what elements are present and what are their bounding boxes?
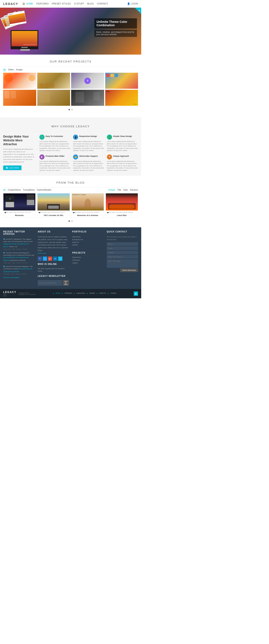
tweet-link-3[interactable]: joom.la/1365 #cm #opensauce #joomla [3, 268, 32, 272]
nav-links: 🏠 HOME FEATURES PRESET STYLES JI STUFF B… [22, 2, 127, 5]
blog-post-title-1: Illustrator [3, 214, 35, 218]
feature-title-2: Responsive Design [79, 134, 97, 137]
twitter-bird-icon-2: 🐦 [3, 252, 5, 254]
dot-2[interactable] [71, 109, 73, 110]
footer-bottom-logo: LEGACY Since2010 [3, 291, 16, 296]
project-item[interactable] [3, 73, 36, 89]
nav-blog[interactable]: BLOG [87, 2, 94, 5]
send-message-button[interactable]: SEND MESSAGE [120, 268, 138, 272]
projects-content: All Video Image S [0, 66, 141, 117]
project-legacy[interactable]: Legacy [72, 262, 103, 264]
blog-dot-1[interactable] [69, 220, 70, 222]
blog-filter-all[interactable]: All [3, 189, 5, 191]
vimeo-icon[interactable]: v [58, 256, 62, 261]
portfolio-identity[interactable]: Identity [72, 244, 103, 246]
blog-filter-creative[interactable]: CreativeItems [8, 189, 21, 191]
who-online-text: We have 5 guests and no members online [38, 268, 69, 273]
project-ultimatum[interactable]: Ultimatum [72, 259, 103, 262]
project-item[interactable] [105, 73, 138, 89]
footer-link-supremacy[interactable]: Supremacy [76, 292, 85, 295]
newsletter-submit[interactable]: ADD E-MAIL [63, 280, 69, 286]
filter-video[interactable]: Video [8, 68, 14, 71]
project-item[interactable]: Grille Design [105, 90, 138, 106]
project-item[interactable] [3, 90, 36, 106]
nav-contact[interactable]: CONTACT [97, 2, 108, 5]
footer-link-solid[interactable]: Solid Pro [99, 292, 106, 295]
blog-post-1: 👤 Art 📷 By Super User 2012-09-20 15:51:4… [3, 193, 35, 218]
camera-icon: 📷 [4, 212, 6, 213]
join-conversation[interactable]: Join the conversation [3, 276, 34, 279]
project-item[interactable] [37, 90, 70, 106]
nav-ji[interactable]: JI STUFF [74, 2, 84, 5]
read-more-link[interactable]: Read more [38, 252, 69, 255]
portfolio-solid[interactable]: Solid Pro [72, 241, 103, 244]
filter-all[interactable]: All [3, 68, 6, 71]
footer-link-ultimatum[interactable]: Ultimatum [64, 292, 72, 295]
feature-header-6: 📢 Unique Approach [107, 154, 138, 160]
blog-sort-title[interactable]: Title [117, 189, 121, 191]
footer-link-contact[interactable]: Contact [110, 292, 116, 295]
camera-icon-4: 📷 [107, 212, 109, 213]
scroll-top-button[interactable]: ▲ [134, 292, 138, 296]
learn-more-button[interactable]: ▶ Learn More [3, 166, 21, 170]
project-item[interactable] [37, 73, 70, 89]
contact-message[interactable] [107, 259, 138, 268]
blog-thumb-3: MEMORIES OF A SUMMER [72, 194, 104, 210]
footer-link-home[interactable]: Home [56, 292, 60, 295]
project-item[interactable] [71, 90, 104, 106]
blog-dot-2[interactable] [71, 220, 73, 222]
twitter-icon[interactable]: t [43, 256, 47, 261]
blog-thumb-2 [37, 194, 69, 210]
blog-sort-date[interactable]: Date [123, 189, 128, 191]
play-icon: ▶ [39, 154, 44, 160]
nav-logo: LEGACY [3, 2, 18, 6]
blog-post-title-2: TIKT Corvette C6 ZR1 [37, 214, 69, 218]
footer-copyright: Copyright 2012Designed by Themeforest [18, 292, 35, 295]
blog-grid: 👤 Art 📷 By Super User 2012-09-20 15:51:4… [3, 193, 138, 218]
blog-sort-random[interactable]: Random [130, 189, 138, 191]
linkedin-icon[interactable]: in [53, 256, 57, 261]
project-item[interactable]: S [71, 73, 104, 89]
contact-name[interactable] [107, 242, 138, 246]
newsletter-input[interactable] [38, 280, 62, 286]
footer-bottom-nav: •Home •Ultimatum •Supremacy •Identity •S… [53, 292, 116, 295]
tweet-2: 🐦 Joomla #Community Magazine: Automating… [3, 252, 34, 264]
google-plus-icon[interactable]: g+ [48, 256, 52, 261]
blog-filter-fashion[interactable]: FashionModels [37, 189, 51, 191]
blog-meta-4: 📷 By Super User 2012-09-06 14:59:31 [106, 210, 138, 214]
thumbs-up-icon: 👍 [73, 154, 78, 160]
contact-email[interactable] [107, 246, 138, 250]
footer-portfolio: PORTFOLIO Intermezzo Enterprise Pro Soli… [72, 230, 103, 286]
megaphone-icon: 📢 [107, 154, 112, 160]
feature-easy-customize: 🔧 Easy To Customize Lorem ipsum adipisci… [39, 134, 70, 152]
blog-filter-tuning[interactable]: TuningNews [23, 189, 35, 191]
portfolio-intermezzo[interactable]: Intermezzo [72, 236, 103, 238]
newsletter-form: ADD E-MAIL [38, 280, 69, 286]
footer-link-identity[interactable]: Identity [89, 292, 95, 295]
projects-title: OUR RECENT PROJECTS [0, 54, 141, 66]
facebook-icon[interactable]: f [38, 256, 42, 261]
blog-sort-default[interactable]: Default [108, 189, 115, 191]
footer-about: ABOUT US Lorem ipsum has en onibsin sant… [38, 230, 69, 286]
filter-image[interactable]: Image [16, 68, 22, 71]
portfolio-enterprise[interactable]: Enterprise Pro [72, 238, 103, 241]
dot-1[interactable] [69, 109, 70, 110]
contact-subject[interactable] [107, 251, 138, 254]
portfolio-title: PORTFOLIO [72, 230, 103, 234]
tweet-link-1[interactable]: magazine.joomla.org #joomla #cm #jec12 [3, 243, 29, 248]
project-supremacy[interactable]: Supremacy [72, 256, 103, 259]
feature-title-4: Premium Main Slider [45, 154, 64, 157]
contact-code[interactable] [107, 255, 138, 259]
nav-login[interactable]: 👤 LOGIN [127, 2, 138, 5]
nav-preset[interactable]: PRESET STYLES [52, 2, 71, 5]
tweet-text-1: joomla RT @bbpana: The biggest issue eve… [3, 238, 33, 248]
nav-home[interactable]: 🏠 HOME [22, 2, 33, 5]
feature-desc-6: Lorem ipsum adipiscing dia adolescens ab… [107, 160, 138, 172]
blog-post-4: 📷 By Super User 2012-09-06 14:59:31 Lotu… [106, 193, 138, 218]
nav-features[interactable]: FEATURES [36, 2, 48, 5]
blog-filter-right: Default Title Date Random [108, 189, 138, 191]
tweet-link-2[interactable]: joom.la/5E1e6E #cm #opensauce-#joomla [3, 256, 29, 261]
about-text: Lorem ipsum has en onibsin santerlius vi… [38, 236, 69, 255]
feature-desc-4: Lorem ipsum adipiscing dia adolescens ab… [39, 160, 70, 172]
navigation: LEGACY 🏠 HOME FEATURES PRESET STYLES JI … [0, 0, 141, 8]
